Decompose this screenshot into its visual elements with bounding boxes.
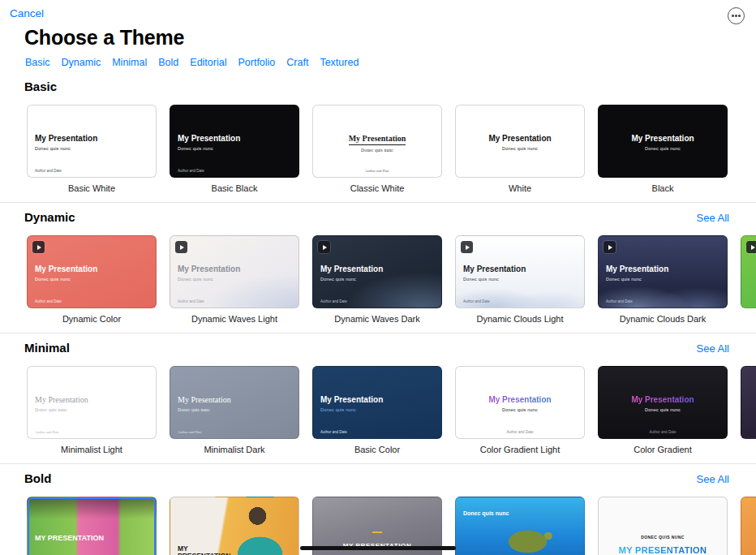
- theme-thumbnail[interactable]: My PresentationDonec quis nuncAuthor and…: [170, 105, 299, 178]
- slide-preview-text: My PresentationDonec quis nunc: [178, 130, 291, 152]
- theme-partial[interactable]: Donec quis nunc: [455, 497, 585, 555]
- theme-thumbnail[interactable]: My PresentationDonec quis nuncAuthor and…: [598, 366, 728, 439]
- section-header: Basic: [0, 80, 756, 94]
- ellipsis-icon: [732, 15, 741, 17]
- theme-thumbnail[interactable]: [741, 235, 756, 308]
- slide-kicker: DONEC QUIS NUNC: [599, 535, 727, 540]
- home-indicator-bar[interactable]: [300, 546, 456, 550]
- slide-preview-text: My PresentationDonec quis nunc: [320, 130, 434, 153]
- tab-textured[interactable]: Textured: [320, 57, 359, 68]
- theme-thumbnail[interactable]: Donec quis nunc: [455, 497, 585, 555]
- theme-dynamic-waves-dark[interactable]: My PresentationDonec quis nuncAuthor and…: [312, 235, 442, 325]
- theme-label: Black: [598, 183, 728, 194]
- slide-preview-text: My PresentationDonec quis nunc: [606, 391, 719, 413]
- theme-thumbnail[interactable]: MY PRESENTATION: [170, 497, 299, 555]
- theme-dynamic-clouds-dark[interactable]: My PresentationDonec quis nuncAuthor and…: [598, 235, 728, 325]
- slide-title: My Presentation: [631, 134, 694, 144]
- theme-basic-white[interactable]: My PresentationDonec quis nuncAuthor and…: [27, 105, 157, 194]
- tab-basic[interactable]: Basic: [25, 57, 50, 68]
- theme-label: Dynamic Waves Light: [170, 314, 299, 325]
- theme-thumbnail[interactable]: My PresentationDonec quis nuncAuthor and…: [312, 235, 442, 308]
- theme-thumbnail[interactable]: My PresentationDonec quis nuncAuthor and…: [598, 235, 728, 308]
- theme-label: Minimalist Light: [27, 445, 157, 455]
- slide-title: My Presentation: [631, 395, 694, 405]
- theme-thumbnail[interactable]: MY PRESENTATION: [27, 497, 157, 555]
- theme-label: White: [455, 183, 585, 194]
- theme-dynamic-color[interactable]: My PresentationDonec quis nuncAuthor and…: [27, 235, 157, 325]
- tab-editorial[interactable]: Editorial: [190, 57, 226, 68]
- more-options-button[interactable]: [728, 7, 745, 24]
- theme-minimalist-light[interactable]: My PresentationDonec quis nuncAuthor and…: [27, 366, 157, 455]
- theme-thumbnail[interactable]: My PresentationDonec quis nuncAuthor and…: [27, 366, 157, 439]
- top-bar: Cancel: [0, 0, 756, 24]
- see-all-link[interactable]: See All: [697, 473, 729, 485]
- slide-preview-text: My PresentationDonec quis nunc: [320, 260, 434, 282]
- theme-color-gradient[interactable]: My PresentationDonec quis nuncAuthor and…: [598, 366, 728, 455]
- slide-title: My Presentation: [320, 265, 383, 274]
- slide-title: My Presentation: [488, 395, 551, 405]
- section-header: DynamicSee All: [0, 210, 756, 225]
- slide-subtitle: Donec quis nunc: [606, 146, 719, 151]
- slide-subtitle: Donec quis nunc: [320, 407, 434, 412]
- slide-preview-text: MY PRESENTATION: [178, 545, 241, 555]
- theme-classic-white[interactable]: My PresentationDonec quis nuncAuthor and…: [312, 105, 442, 194]
- theme-basic-color[interactable]: My PresentationDonec quis nuncAuthor and…: [312, 366, 442, 455]
- theme-row: My PresentationDonec quis nuncAuthor and…: [0, 235, 756, 325]
- theme-basic-black[interactable]: My PresentationDonec quis nuncAuthor and…: [170, 105, 299, 194]
- theme-partial[interactable]: MY PRESENTATION: [170, 497, 299, 555]
- slide-title: My Presentation: [35, 265, 97, 274]
- theme-white[interactable]: My PresentationDonec quis nuncWhite: [455, 105, 585, 194]
- theme-dynamic-waves-light[interactable]: My PresentationDonec quis nuncAuthor and…: [170, 235, 299, 325]
- theme-thumbnail[interactable]: My PresentationDonec quis nuncAuthor and…: [170, 366, 299, 439]
- tab-craft[interactable]: Craft: [286, 57, 308, 68]
- slide-subtitle: Donec quis nunc: [35, 277, 148, 282]
- theme-thumbnail[interactable]: My PresentationDonec quis nuncAuthor and…: [312, 366, 442, 439]
- section-basic: BasicMy PresentationDonec quis nuncAutho…: [0, 68, 756, 202]
- slide-subtitle: Donec quis nunc: [35, 407, 148, 412]
- slide-subtitle: Donec quis nunc: [178, 407, 291, 412]
- theme-black[interactable]: My PresentationDonec quis nuncBlack: [598, 105, 728, 194]
- theme-label: Color Gradient Light: [455, 445, 585, 455]
- theme-partial[interactable]: [741, 497, 756, 555]
- theme-thumbnail[interactable]: My PresentationDonec quis nuncAuthor and…: [455, 235, 585, 308]
- theme-minimalist-dark[interactable]: My PresentationDonec quis nuncAuthor and…: [170, 366, 299, 455]
- theme-thumbnail[interactable]: My PresentationDonec quis nuncAuthor and…: [455, 366, 585, 439]
- slide-title: My Presentation: [35, 395, 88, 405]
- play-icon: [175, 241, 187, 253]
- tab-dynamic[interactable]: Dynamic: [62, 57, 101, 68]
- theme-partial[interactable]: [741, 366, 756, 455]
- theme-dynamic-clouds-light[interactable]: My PresentationDonec quis nuncAuthor and…: [455, 235, 585, 325]
- theme-thumbnail[interactable]: My PresentationDonec quis nuncAuthor and…: [27, 235, 157, 308]
- play-icon: [746, 241, 756, 253]
- slide-byline: Author and Date: [463, 430, 577, 434]
- category-tabs: BasicDynamicMinimalBoldEditorialPortfoli…: [25, 57, 756, 68]
- slide-byline: Author and Date: [320, 430, 434, 434]
- theme-partial[interactable]: DONEC QUIS NUNCMY PRESENTATION: [598, 497, 728, 555]
- tab-portfolio[interactable]: Portfolio: [238, 57, 275, 68]
- tab-bold[interactable]: Bold: [158, 57, 178, 68]
- see-all-link[interactable]: See All: [697, 212, 729, 224]
- theme-thumbnail[interactable]: My PresentationDonec quis nuncAuthor and…: [312, 105, 442, 178]
- theme-thumbnail[interactable]: [741, 366, 756, 439]
- theme-color-gradient-light[interactable]: My PresentationDonec quis nuncAuthor and…: [455, 366, 585, 455]
- slide-byline: Author and Date: [35, 430, 148, 434]
- theme-label: Basic Black: [170, 183, 299, 194]
- section-title: Bold: [24, 471, 51, 485]
- theme-partial[interactable]: MY PRESENTATION: [27, 497, 157, 555]
- slide-preview-text: My PresentationDonec quis nunc: [35, 130, 148, 152]
- see-all-link[interactable]: See All: [697, 342, 729, 355]
- theme-thumbnail[interactable]: My PresentationDonec quis nuncAuthor and…: [27, 105, 157, 178]
- slide-title: MY PRESENTATION: [619, 545, 707, 555]
- theme-partial[interactable]: [741, 235, 756, 325]
- theme-label: Dynamic Waves Dark: [312, 314, 442, 325]
- theme-thumbnail[interactable]: My PresentationDonec quis nuncAuthor and…: [170, 235, 299, 308]
- theme-thumbnail[interactable]: My PresentationDonec quis nunc: [598, 105, 728, 178]
- cancel-button[interactable]: Cancel: [10, 7, 44, 19]
- tab-minimal[interactable]: Minimal: [112, 57, 147, 68]
- theme-thumbnail[interactable]: [741, 497, 756, 555]
- section-minimal: MinimalSee AllMy PresentationDonec quis …: [0, 333, 756, 463]
- section-header: BoldSee All: [0, 471, 756, 486]
- theme-thumbnail[interactable]: DONEC QUIS NUNCMY PRESENTATION: [598, 497, 728, 555]
- theme-thumbnail[interactable]: My PresentationDonec quis nunc: [455, 105, 585, 178]
- slide-title: My Presentation: [606, 265, 668, 274]
